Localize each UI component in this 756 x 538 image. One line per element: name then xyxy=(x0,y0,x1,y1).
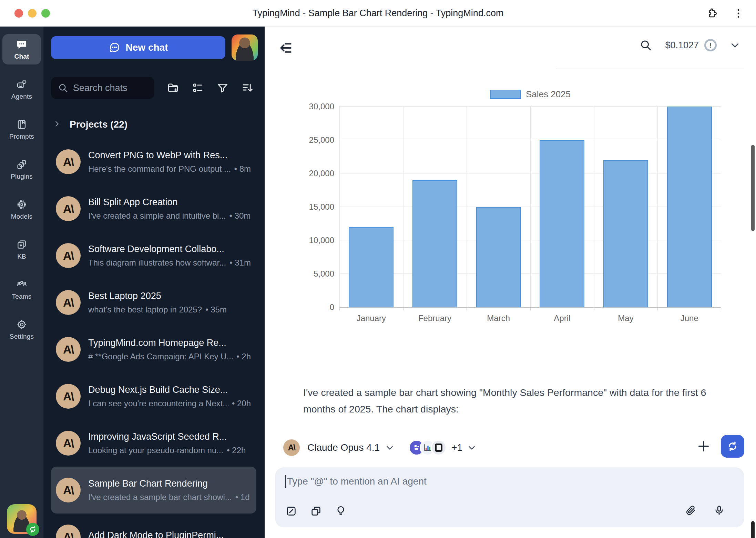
model-avatar: A\ xyxy=(283,439,300,456)
rail-item-chat[interactable]: Chat xyxy=(2,34,41,64)
y-axis-tick-label: 10,000 xyxy=(283,236,334,245)
search-chats-input[interactable]: Search chats xyxy=(51,77,154,99)
bar-march[interactable] xyxy=(476,207,521,307)
composer-placeholder: Type "@" to mention an AI agent xyxy=(287,476,427,487)
select-chats-icon[interactable] xyxy=(192,82,204,94)
plugins-more-label: +1 xyxy=(451,442,462,453)
close-button[interactable] xyxy=(14,9,23,18)
axis-tick xyxy=(530,307,531,310)
chat-list-item[interactable]: A\ Sample Bar Chart Rendering I've creat… xyxy=(51,467,256,514)
chat-subtitle: Here's the command for PNG output ... xyxy=(88,164,231,174)
rail-item-agents[interactable]: Agents xyxy=(2,74,41,104)
bar-february[interactable] xyxy=(412,180,457,307)
chat-title: Best Laptop 2025 xyxy=(88,291,251,301)
rail-item-prompts[interactable]: Prompts xyxy=(2,114,41,145)
bar-may[interactable] xyxy=(603,160,648,307)
regenerate-button[interactable] xyxy=(721,435,744,458)
chat-time: • 31m xyxy=(229,258,251,268)
model-selector[interactable]: Claude Opus 4.1 xyxy=(307,442,380,453)
y-axis-tick-label: 5,000 xyxy=(283,269,334,279)
chat-list-item[interactable]: A\ Software Development Collabo... This … xyxy=(51,232,256,279)
usage-cost-group[interactable]: $0.1027 ! xyxy=(665,39,717,51)
add-attachment-icon[interactable] xyxy=(697,439,711,453)
browser-menu-icon[interactable] xyxy=(733,8,744,19)
new-chat-button[interactable]: New chat xyxy=(51,36,225,59)
sync-badge-icon xyxy=(26,523,39,536)
search-conversation-icon[interactable] xyxy=(640,39,652,51)
chat-time: • 1d xyxy=(235,492,250,502)
rail-item-models[interactable]: Models xyxy=(2,194,41,225)
scrollbar-thumb[interactable] xyxy=(751,521,755,538)
bar-january[interactable] xyxy=(349,227,394,307)
scrollbar-thumb[interactable] xyxy=(751,145,755,231)
chevron-down-icon[interactable] xyxy=(385,443,394,452)
collapse-sidebar-icon[interactable] xyxy=(278,40,294,56)
chat-list-item[interactable]: A\ Best Laptop 2025 what's the best lapt… xyxy=(51,279,256,326)
chat-title: Improving JavaScript Seeded R... xyxy=(88,431,251,442)
chat-time: • 35m xyxy=(205,305,227,315)
x-axis-tick-label: April xyxy=(530,313,594,323)
y-axis-tick-label: 30,000 xyxy=(283,102,334,111)
chat-title: Sample Bar Chart Rendering xyxy=(88,478,251,489)
axis-tick xyxy=(467,307,467,310)
filter-icon[interactable] xyxy=(216,82,229,94)
user-avatar[interactable] xyxy=(7,504,37,534)
lightbulb-icon[interactable] xyxy=(335,505,347,517)
chevron-right-icon xyxy=(53,119,61,130)
usage-warning-icon: ! xyxy=(704,39,717,51)
chat-bubble-icon xyxy=(109,42,120,53)
projects-section-toggle[interactable]: Projects (22) xyxy=(51,119,258,130)
minimize-button[interactable] xyxy=(28,9,37,18)
gridline xyxy=(594,107,594,307)
rail-item-settings[interactable]: Settings xyxy=(2,314,41,345)
titlebar: TypingMind - Sample Bar Chart Rendering … xyxy=(0,0,756,27)
refresh-icon xyxy=(726,440,739,452)
zoom-button[interactable] xyxy=(41,9,50,18)
chat-subtitle: I've created a simple and intuitive bi..… xyxy=(88,211,226,221)
chat-subtitle: I've created a sample bar chart showi... xyxy=(88,492,232,502)
chat-list-item[interactable]: A\ Debug Next.js Build Cache Size... I c… xyxy=(51,373,256,420)
canvas-edit-icon[interactable] xyxy=(285,505,297,517)
rail-item-plugins[interactable]: Plugins xyxy=(2,154,41,185)
x-axis-tick-label: March xyxy=(467,313,530,323)
chat-list-item[interactable]: A\ Add Dark Mode to PluginPermi... xyxy=(51,514,256,538)
chevron-down-icon xyxy=(467,443,476,452)
chat-subtitle: This diagram illustrates how softwar... xyxy=(88,258,226,268)
chevron-down-icon[interactable] xyxy=(730,40,740,50)
bar-chart xyxy=(339,107,721,307)
axis-tick xyxy=(594,307,594,310)
axis-tick xyxy=(657,307,658,310)
bar-april[interactable] xyxy=(540,140,584,307)
bar-june[interactable] xyxy=(667,107,712,307)
chat-list-item[interactable]: A\ Convert PNG to WebP with Res... Here'… xyxy=(51,138,256,185)
plugins-selector[interactable]: +1 xyxy=(409,440,476,456)
chat-time: • 2h xyxy=(236,352,251,361)
workspace-avatar[interactable] xyxy=(232,34,258,61)
agents-icon xyxy=(16,79,27,90)
chart-legend[interactable]: Sales 2025 xyxy=(339,89,721,100)
nav-rail: Chat Agents Prompts Plugins Models KB Te… xyxy=(0,27,43,538)
anthropic-avatar-icon: A\ xyxy=(56,243,81,268)
sort-icon[interactable] xyxy=(241,82,254,94)
rail-item-kb[interactable]: KB xyxy=(2,234,41,265)
projects-label: Projects (22) xyxy=(70,119,127,130)
rail-item-teams[interactable]: Teams xyxy=(2,274,41,305)
pages-icon[interactable] xyxy=(310,505,322,517)
anthropic-avatar-icon: A\ xyxy=(56,149,81,174)
chat-title: Convert PNG to WebP with Res... xyxy=(88,150,251,161)
assistant-message: I've created a sample bar chart showing … xyxy=(303,385,741,418)
chat-list-item[interactable]: A\ Improving JavaScript Seeded R... Look… xyxy=(51,420,256,467)
kb-icon xyxy=(16,239,27,250)
chat-list-item[interactable]: A\ TypingMind.com Homepage Re... # **Goo… xyxy=(51,326,256,373)
gridline xyxy=(657,107,658,307)
chat-list-item[interactable]: A\ Bill Split App Creation I've created … xyxy=(51,185,256,232)
message-composer[interactable]: Type "@" to mention an AI agent xyxy=(275,467,744,527)
new-folder-icon[interactable] xyxy=(167,82,179,94)
extensions-icon[interactable] xyxy=(706,8,718,19)
attach-file-icon[interactable] xyxy=(685,505,697,516)
app-window: TypingMind - Sample Bar Chart Rendering … xyxy=(0,0,756,538)
microphone-icon[interactable] xyxy=(713,505,725,516)
chat-time: • 8m xyxy=(234,164,251,174)
chat-time: • 20h xyxy=(232,399,251,408)
composer-input[interactable]: Type "@" to mention an AI agent xyxy=(285,475,427,488)
